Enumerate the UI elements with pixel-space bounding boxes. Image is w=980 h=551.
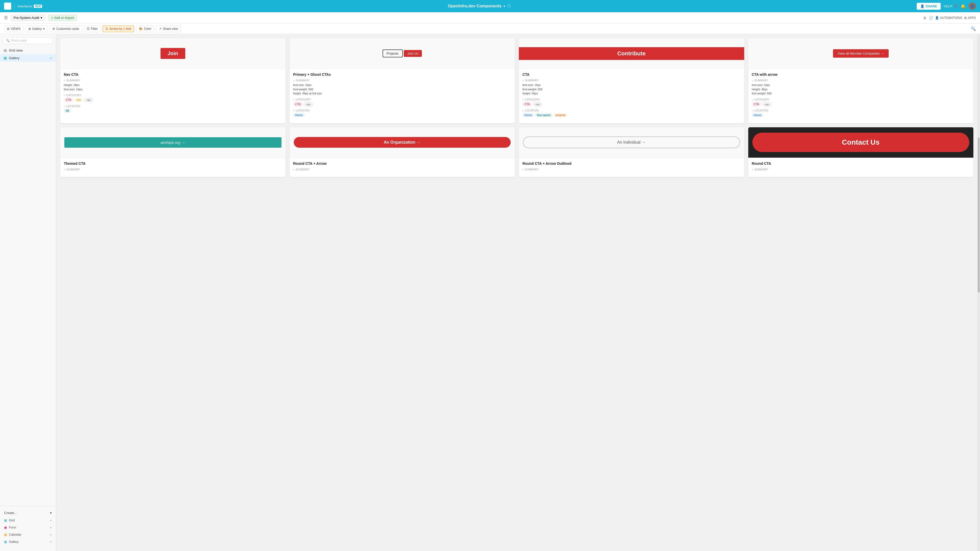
add-form-icon[interactable]: + [50,526,52,530]
summary-label-6: ≡ SUMMARY [293,168,511,171]
add-grid-icon[interactable]: + [50,518,52,522]
add-calendar-icon[interactable]: + [50,533,52,537]
scrollbar-track[interactable] [977,34,980,551]
add-gallery-icon[interactable]: + [50,540,52,544]
card-nav-cta: Join Nav CTA ≡ SUMMARY Height: 28pxfont-… [60,38,286,123]
organization-button[interactable]: An Organization → [294,137,511,148]
summary-label-7: ≡ SUMMARY [522,168,741,171]
projects-ghost-button[interactable]: Projects [383,49,403,57]
create-grid-option[interactable]: ▦ Grid + [3,517,53,524]
create-gallery-option[interactable]: ▦ Gallery + [3,538,53,545]
category-icon-3: ≡ [522,98,524,101]
card-title-round-outlined: Round CTA + Arrow Outlined [522,162,741,165]
share-button[interactable]: 👤 SHARE [917,3,941,10]
create-grid-icon: ▦ [4,519,7,522]
create-label: Create... [4,511,17,515]
create-form-option[interactable]: ▣ Form + [3,524,53,531]
view-selector[interactable]: Pre-System Audit ▾ [11,14,45,21]
location-icon-1: ≡ [64,105,65,108]
tag-a-1[interactable]: <a> [84,98,94,102]
category-label-1: ≡ CATEGORY [64,94,282,97]
tag-cta-1[interactable]: CTA [64,98,73,102]
hamburger-icon[interactable]: ☰ [4,15,8,20]
card-body-round-cta: Round CTA ≡ SUMMARY [748,158,974,177]
category-tags-2: CTA <a> [293,102,511,106]
location-tags-3: Home four-opens projects [522,113,741,117]
automations-button[interactable]: 👤 AUTOMATIONS [935,16,962,20]
location-icon-2: ≡ [293,109,295,112]
interfaces-label[interactable]: Interfaces NEW [18,4,42,8]
category-tags-4: CTA <a> [752,102,970,106]
tag-four-opens-3[interactable]: four-opens [535,113,552,117]
history-icon[interactable]: 🕐 [929,16,933,20]
card-themed-cta: airshipit.org → Themed CTA ≡ SUMMARY [60,127,286,177]
location-label-1: ≡ LOCATION [64,105,282,108]
location-label-2: ≡ LOCATION [293,109,511,112]
contribute-button[interactable]: Contribute [519,47,744,60]
share-view-button[interactable]: ↗ Share view [156,25,181,32]
tag-cta-2[interactable]: CTA [293,102,303,106]
contact-us-button[interactable]: Contact Us [752,133,969,152]
tag-a-3[interactable]: <a> [533,102,542,106]
views-button[interactable]: ⊞ VIEWS [4,25,24,32]
help-button[interactable]: HELP ❓ [944,4,958,8]
tag-a-2[interactable]: <a> [304,102,313,106]
search-icon[interactable]: 🔍 [971,26,976,31]
join-us-primary-button[interactable]: Join Us [404,50,422,57]
join-button[interactable]: Join [161,48,185,59]
find-view-input[interactable]: 🔍 Find a view [3,37,53,44]
card-preview-cta-arrow: View all Member Companies → [748,38,974,69]
add-import-button[interactable]: + Add or import [48,14,77,21]
grid-view-label: Grid view [9,48,23,52]
card-body-round-outlined: Round CTA + Arrow Outlined ≡ SUMMARY [519,158,744,177]
gallery-button[interactable]: ⊞ Gallery ▾ [25,25,48,32]
customize-cards-button[interactable]: ⚙ Customize cards [49,25,82,32]
tag-home-2[interactable]: Home [293,113,305,117]
info-icon[interactable]: ⓘ [508,4,511,8]
filter-button[interactable]: ☰ Filter [84,25,100,32]
apps-button[interactable]: ⊞ APPS [964,16,976,20]
location-tags-1: All [64,109,282,113]
tag-home-3[interactable]: Home [522,113,534,117]
tag-cta-3[interactable]: CTA [522,102,532,106]
tag-home-4[interactable]: Home [752,113,763,117]
card-preview-themed: airshipit.org → [60,127,286,158]
tag-projects-3[interactable]: projects [554,113,568,117]
summary-value-2: font-size: 16pxfont-weight: 500height: 4… [293,83,511,96]
category-icon-1: ≡ [64,94,65,97]
sidebar-item-grid[interactable]: ▦ Grid view [0,46,56,54]
view-chevron-icon: ▾ [41,16,42,20]
tag-a-4[interactable]: <a> [762,102,772,106]
view-all-button[interactable]: View all Member Companies → [833,49,889,58]
trash-icon[interactable]: 🗑 [923,16,927,20]
sidebar-item-gallery[interactable]: ▦ Gallery ✓ [0,54,56,62]
summary-value-4: font-size: 16pxHeight: 46pxfont-weight: … [752,83,970,96]
category-tags-1: CTA nav <a> [64,98,282,102]
apps-icon: ⊞ [964,16,967,20]
avatar[interactable]: 👤 [969,3,976,10]
individual-button[interactable]: An Individual → [523,137,740,148]
bell-icon[interactable]: 🔔 [961,4,966,9]
create-gallery-icon-sidebar: ▦ [4,540,7,544]
airship-button[interactable]: airshipit.org → [64,137,282,148]
card-body-cta-arrow: CTA with arrow ≡ SUMMARY font-size: 16px… [748,69,974,123]
color-button[interactable]: 🎨 Color [136,25,154,32]
grid-icon: ▦ [3,48,7,52]
share-label: SHARE [926,4,937,8]
summary-value-1: Height: 28pxfont-size: 14px; [64,83,282,91]
scrollbar-thumb[interactable] [978,138,980,292]
card-title-round-arrow: Round CTA + Arrow [293,162,511,165]
category-icon-4: ≡ [752,98,753,101]
logo[interactable] [4,3,11,10]
card-cta: Contribute CTA ≡ SUMMARY font-size: 16px… [519,38,744,123]
sorted-button[interactable]: ⇅ Sorted by 1 field [103,25,134,32]
svg-rect-3 [8,6,10,8]
create-button[interactable]: Create... ▾ [3,509,53,517]
chevron-down-icon[interactable]: ▾ [504,4,505,8]
tag-nav-1[interactable]: nav [74,98,83,102]
tag-all-1[interactable]: All [64,109,71,113]
tag-cta-4[interactable]: CTA [752,102,761,106]
create-calendar-option[interactable]: ▦ Calendar + [3,531,53,538]
apps-label: APPS [968,16,976,20]
content-area: Join Nav CTA ≡ SUMMARY Height: 28pxfont-… [56,34,977,551]
